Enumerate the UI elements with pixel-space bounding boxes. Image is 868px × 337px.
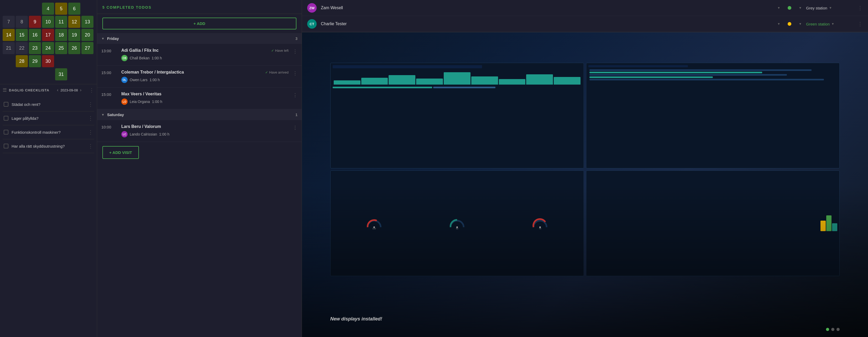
cal-day-23[interactable]: 23	[29, 42, 41, 54]
cal-day-5[interactable]: 5	[55, 3, 67, 15]
visit-item-1: 15:00 Coleman Trebor / Intergalactica OL…	[97, 66, 302, 88]
cal-day-24[interactable]: 24	[42, 42, 54, 54]
visit-menu-3[interactable]: ⋮	[293, 124, 298, 130]
person-row-1: CT Charlie Tester ▼ ▼ Green station ▼ ⋮	[302, 16, 868, 32]
visit-content-2: Max Veers / Veeritas LO Leia Organa 1:00…	[121, 92, 288, 105]
visit-avatar-3: LC	[121, 131, 128, 137]
menu-icon: ☰	[3, 87, 7, 93]
checkmark-icon-0: ✓	[271, 49, 274, 53]
visit-menu-2[interactable]: ⋮	[293, 92, 298, 98]
cal-day-14[interactable]: 14	[3, 29, 15, 41]
cal-day-21[interactable]: 21	[3, 42, 15, 54]
left-panel: 4 5 6 7 8 9 10 11 12 13 14 15 16 17 18 1…	[0, 0, 97, 337]
visit-avatar-0: CB	[121, 55, 128, 61]
saturday-chevron-icon[interactable]: ▼	[101, 113, 104, 117]
visit-content-1: Coleman Trebor / Intergalactica OL Owen …	[121, 70, 261, 83]
checklist-item-3: Har alla rätt skyddsutrustning? ⋮	[3, 139, 94, 153]
gauge-svg-0: 100	[365, 217, 383, 230]
person-name-0: Zam Wesell	[321, 5, 773, 10]
cal-day-22[interactable]: 22	[16, 42, 28, 54]
cal-day-11[interactable]: 11	[55, 16, 67, 28]
add-todo-button[interactable]: + ADD	[102, 18, 297, 29]
checklist-header: ☰ DAGLIG CHECKLISTA ‹ 2023-09-08 › ⋮	[3, 87, 94, 93]
indicator-dot-2[interactable]	[831, 328, 834, 331]
indicator-dot-active[interactable]	[826, 328, 829, 331]
visit-person-name-3: Lando Calrissian	[130, 132, 157, 136]
checklist-next-arrow[interactable]: ›	[80, 88, 82, 92]
visit-duration-0: 1:00 h	[152, 56, 162, 60]
cal-day-4[interactable]: 4	[42, 3, 54, 15]
checklist-item-menu-2[interactable]: ⋮	[88, 129, 93, 135]
visit-title-3: Lars Beru / Valorum	[121, 124, 288, 129]
visit-status-1: ✓ Have arrived	[265, 70, 288, 74]
svg-text:75: 75	[539, 227, 541, 230]
checklist-item-left-2: Funktionskontroll maskiner?	[4, 130, 61, 134]
checklist-checkbox-1[interactable]	[4, 116, 8, 121]
screen-grid: 100 50 75	[330, 63, 840, 276]
visit-content-3: Lars Beru / Valorum LC Lando Calrissian …	[121, 124, 288, 137]
checklist-item-menu-3[interactable]: ⋮	[88, 143, 93, 149]
friday-chevron-icon[interactable]: ▼	[101, 37, 104, 40]
cal-day-19[interactable]: 19	[68, 29, 80, 41]
add-visit-button[interactable]: + ADD VISIT	[102, 146, 139, 159]
cal-day-28[interactable]: 28	[16, 55, 28, 67]
visit-menu-1[interactable]: ⋮	[293, 70, 298, 76]
visit-person-1: OL Owen Lars 1:00 h	[121, 77, 261, 83]
person-dropdown-arrow-1[interactable]: ▼	[777, 22, 780, 26]
bg-image: 100 50 75	[302, 32, 868, 337]
todos-title: 5 COMPLETED TODOS	[102, 5, 297, 9]
checklist-item-1: Lager påfyllda? ⋮	[3, 111, 94, 125]
cal-day-30[interactable]: 30	[42, 55, 54, 67]
station-dropdown-0[interactable]: Grey station ▼	[806, 6, 853, 10]
cal-day-31[interactable]: 31	[55, 68, 67, 81]
cal-day-20[interactable]: 20	[82, 29, 93, 41]
checklist-checkbox-2[interactable]	[4, 130, 8, 134]
visit-item-0: 13:00 Adi Gallia / Flix Inc CB Chall Bek…	[97, 44, 302, 66]
cal-day-27[interactable]: 27	[82, 42, 93, 54]
indicator-dot-3[interactable]	[836, 328, 840, 331]
status-dropdown-arrow-0[interactable]: ▼	[799, 6, 802, 10]
checklist-item-menu-0[interactable]: ⋮	[88, 101, 93, 108]
station-arrow-1: ▼	[831, 22, 834, 26]
person-dropdown-arrow-0[interactable]: ▼	[777, 6, 780, 10]
checklist-item-text-3: Har alla rätt skyddsutrustning?	[11, 144, 65, 148]
visit-menu-0[interactable]: ⋮	[293, 48, 298, 54]
cal-day-12[interactable]: 12	[68, 16, 80, 28]
visit-person-0: CB Chall Bekan 1:00 h	[121, 55, 267, 61]
schedule-section: ▼ Friday 3 13:00 Adi Gallia / Flix Inc C…	[97, 33, 302, 337]
checklist-prev-arrow[interactable]: ‹	[57, 88, 58, 92]
checklist-item: Städat och rent? ⋮	[3, 97, 94, 111]
visit-time-0: 13:00	[101, 48, 117, 53]
middle-panel: 5 COMPLETED TODOS + ADD ▼ Friday 3 13:00…	[97, 0, 302, 337]
cal-day-15[interactable]: 15	[16, 29, 28, 41]
checklist-item-2: Funktionskontroll maskiner? ⋮	[3, 125, 94, 139]
checklist-item-menu-1[interactable]: ⋮	[88, 115, 93, 121]
visit-title-1: Coleman Trebor / Intergalactica	[121, 70, 261, 74]
cal-day-13[interactable]: 13	[82, 16, 93, 28]
cal-day-7[interactable]: 7	[3, 16, 15, 28]
cal-day-10[interactable]: 10	[42, 16, 54, 28]
cal-day-26[interactable]: 26	[68, 42, 80, 54]
checklist-checkbox-3[interactable]	[4, 144, 8, 148]
image-caption: New displays installed!	[330, 316, 382, 322]
person-avatar-1: CT	[307, 19, 317, 29]
person-row-menu-1[interactable]: ⋮	[858, 21, 863, 27]
friday-label: Friday	[107, 36, 119, 41]
checklist-item-text-0: Städat och rent?	[11, 102, 40, 106]
person-row-menu-0[interactable]: ⋮	[858, 5, 863, 11]
cal-day-16[interactable]: 16	[29, 29, 41, 41]
cal-day-8[interactable]: 8	[16, 16, 28, 28]
status-dropdown-arrow-1[interactable]: ▼	[799, 22, 802, 26]
station-arrow-0: ▼	[829, 6, 832, 10]
cal-day-18[interactable]: 18	[55, 29, 67, 41]
station-dropdown-1[interactable]: Green station ▼	[806, 22, 853, 26]
cal-day-25[interactable]: 25	[55, 42, 67, 54]
cal-day-17[interactable]: 17	[42, 29, 54, 41]
todos-header: 5 COMPLETED TODOS	[97, 0, 302, 14]
checklist-checkbox-0[interactable]	[4, 102, 8, 106]
cal-day-6[interactable]: 6	[68, 3, 80, 15]
cal-day-29[interactable]: 29	[29, 55, 41, 67]
status-dot-0	[788, 6, 791, 10]
checklist-menu-icon[interactable]: ⋮	[89, 87, 94, 93]
cal-day-9[interactable]: 9	[29, 16, 41, 28]
